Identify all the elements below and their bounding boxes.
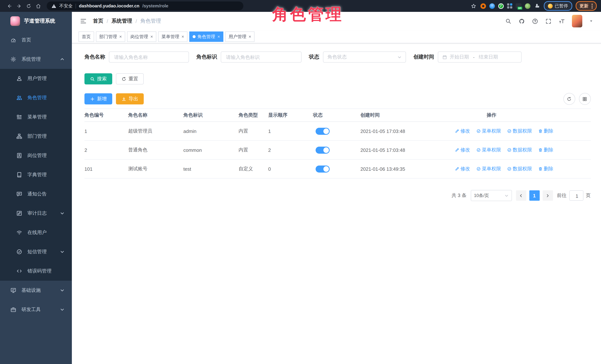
breadcrumb-home[interactable]: 首页 — [93, 18, 103, 24]
status-select[interactable]: 角色状态 — [323, 51, 406, 63]
sidebar-item[interactable]: 通知公告 — [0, 184, 72, 204]
user-avatar[interactable] — [572, 15, 582, 27]
page-number-button[interactable]: 1 — [529, 190, 540, 201]
tab[interactable]: 部门管理 × — [96, 31, 125, 42]
sidebar-item[interactable]: 部门管理 — [0, 127, 72, 146]
role-key-input[interactable] — [221, 51, 301, 63]
menu-permission-link[interactable]: 菜单权限 — [476, 128, 501, 134]
log-icon — [16, 210, 22, 216]
infra-icon — [10, 287, 16, 293]
tab-close-icon[interactable]: × — [249, 34, 251, 39]
paused-label: 已暂停 — [555, 3, 568, 9]
sidebar-item[interactable]: 角色管理 — [0, 88, 72, 107]
avatar-caret-icon[interactable] — [589, 19, 593, 23]
sidebar-item[interactable]: 研发工具 — [0, 300, 72, 319]
status-toggle[interactable] — [316, 165, 330, 172]
delete-link[interactable]: 删除 — [538, 128, 553, 134]
sidebar-item[interactable]: 基础设施 — [0, 281, 72, 300]
sidebar-menu: 首页 系统管理 用户管理 角色管理 菜单管理 部门管理 岗位管理 字典管理 通知… — [0, 30, 72, 319]
profile-sync-paused-button[interactable]: 已暂停 — [544, 1, 572, 11]
search-icon[interactable] — [505, 18, 511, 24]
breadcrumb-system[interactable]: 系统管理 — [111, 18, 132, 24]
role-key-input-field[interactable] — [225, 54, 297, 60]
edit-link[interactable]: 修改 — [455, 166, 470, 172]
tab-close-icon[interactable]: × — [119, 34, 122, 39]
sidebar-item[interactable]: 短信管理 — [0, 242, 72, 261]
search-button[interactable]: 搜索 — [84, 73, 112, 84]
create-time-label: 创建时间 — [413, 54, 434, 60]
status-toggle[interactable] — [316, 128, 330, 135]
security-label[interactable]: 不安全 — [59, 3, 73, 9]
role-name-input-field[interactable] — [113, 54, 184, 60]
tab-close-icon[interactable]: × — [181, 34, 184, 39]
back-icon[interactable] — [4, 3, 14, 9]
forward-icon[interactable] — [14, 3, 24, 9]
delete-link[interactable]: 删除 — [538, 166, 553, 172]
tab[interactable]: 用户管理 × — [225, 31, 254, 42]
extension-icon-green-seven[interactable]: 7 — [498, 3, 504, 9]
goto-page-input[interactable] — [569, 190, 583, 201]
date-range-picker[interactable]: 开始日期 - 结束日期 — [438, 51, 521, 63]
refresh-button[interactable] — [563, 93, 575, 105]
page-suffix: 页 — [586, 192, 591, 199]
reset-button[interactable]: 重置 — [116, 73, 144, 84]
sidebar-item[interactable]: 岗位管理 — [0, 146, 72, 165]
app-logo[interactable]: 芋道管理系统 — [0, 12, 72, 30]
help-icon[interactable] — [532, 18, 538, 24]
sidebar-item[interactable]: 首页 — [0, 30, 72, 50]
next-page-button[interactable] — [542, 190, 553, 201]
extension-icon-orange[interactable] — [480, 3, 486, 9]
tab[interactable]: 菜单管理 × — [158, 31, 187, 42]
address-bar[interactable]: 不安全 dashboard.yudao.iocoder.cn/system/ro… — [47, 1, 243, 10]
edit-link[interactable]: 修改 — [455, 147, 470, 153]
home-icon[interactable] — [33, 3, 43, 9]
github-icon[interactable] — [518, 18, 525, 24]
data-permission-link[interactable]: 数据权限 — [507, 147, 532, 153]
data-permission-label: 数据权限 — [513, 128, 532, 134]
kebab-menu-icon[interactable] — [591, 3, 592, 8]
export-button[interactable]: 导出 — [116, 93, 144, 104]
sidebar-item[interactable]: 审计日志 — [0, 204, 72, 223]
goto-page-input-field[interactable] — [570, 191, 584, 201]
menu-permission-link[interactable]: 菜单权限 — [476, 147, 501, 153]
status-toggle[interactable] — [316, 147, 330, 154]
prev-page-button[interactable] — [516, 190, 526, 201]
table-row: 101 测试账号 test 自定义 0 2021-01-06 13:49:35 … — [84, 159, 591, 178]
delete-link[interactable]: 删除 — [538, 147, 553, 153]
tab[interactable]: 岗位管理 × — [127, 31, 156, 42]
extensions-puzzle-icon[interactable] — [534, 3, 540, 9]
sidebar-item[interactable]: 系统管理 — [0, 50, 72, 69]
browser-update-button[interactable]: 更新 — [575, 1, 597, 11]
sidebar-item[interactable]: 菜单管理 — [0, 107, 72, 127]
page-buttons: 1 — [516, 190, 553, 201]
tab[interactable]: 首页 — [79, 31, 94, 42]
page-size-select[interactable]: 10条/页 — [471, 190, 512, 201]
data-permission-link[interactable]: 数据权限 — [507, 128, 532, 134]
tab[interactable]: 角色管理 × — [189, 31, 223, 42]
cell-status — [313, 159, 361, 178]
font-size-icon[interactable] — [558, 18, 565, 24]
role-name-input[interactable] — [109, 51, 189, 63]
data-permission-link[interactable]: 数据权限 — [507, 166, 532, 172]
extension-icon-green[interactable] — [525, 3, 530, 9]
edit-link[interactable]: 修改 — [455, 128, 470, 134]
fullscreen-icon[interactable] — [545, 18, 551, 24]
hamburger-icon[interactable] — [80, 18, 87, 24]
menu-permission-link[interactable]: 菜单权限 — [476, 166, 501, 172]
add-button[interactable]: 新增 — [84, 93, 112, 104]
toolbar-row: 新增 导出 — [84, 93, 591, 105]
bookmark-star-icon[interactable] — [470, 3, 477, 9]
tab-close-icon[interactable]: × — [217, 34, 220, 39]
column-settings-button[interactable] — [579, 93, 591, 105]
tab-close-icon[interactable]: × — [150, 34, 153, 39]
cell-role-id: 2 — [84, 140, 128, 159]
sidebar-item[interactable]: 用户管理 — [0, 69, 72, 88]
reload-icon[interactable] — [24, 3, 33, 9]
extension-icon-on-badge[interactable]: on — [515, 3, 521, 9]
extension-icon-blue-drop[interactable] — [489, 3, 495, 9]
sidebar-item[interactable]: 在线用户 — [0, 223, 72, 242]
sidebar-item[interactable]: 字典管理 — [0, 165, 72, 184]
extension-icon-grid-dots[interactable] — [507, 3, 512, 9]
sidebar-item[interactable]: 错误码管理 — [0, 261, 72, 281]
sidebar-item-label: 岗位管理 — [27, 152, 47, 159]
